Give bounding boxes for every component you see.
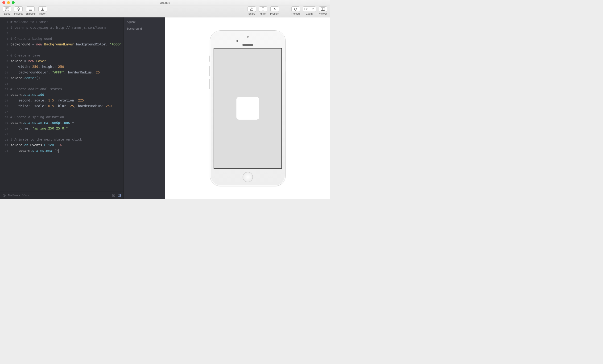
code-content: # Create a spring animation [10,114,64,120]
code-content: background = new BackgroundLayer backgro… [10,42,122,47]
import-button[interactable] [38,6,47,12]
viewer-toolbar-item[interactable]: Viewer [317,5,329,17]
lines-icon [29,8,32,11]
code-content: # Welcome to Framer [10,19,48,25]
code-line[interactable]: 16 third: scale: 0.5, blur: 25, borderRa… [0,103,124,109]
svg-rect-21 [321,8,325,11]
docs-toolbar-item[interactable]: Docs [1,5,13,17]
code-content: square.states.add [10,92,44,98]
code-line[interactable]: 19square.states.animationOptions = [0,120,124,126]
code-editor[interactable]: 1# Welcome to Framer2# Learn prototyping… [0,17,124,191]
mirror-toolbar-item[interactable]: Mirror [257,5,269,17]
code-line[interactable]: 18# Create a spring animation [0,114,124,120]
line-number: 24 [0,148,10,154]
line-number: 19 [0,120,10,126]
code-line[interactable]: 7# Create a layer [0,53,124,58]
code-line[interactable]: 10 backgroundColor: "#FFF", borderRadius… [0,70,124,75]
inspect-toolbar-item[interactable]: Inspect [13,5,24,17]
close-window-button[interactable] [2,1,5,4]
code-content: width: 250, height: 250 [10,64,64,69]
snippets-toolbar-item[interactable]: Snippets [24,5,37,17]
code-line[interactable]: 3 [0,31,124,36]
layers-panel: square background [124,17,165,199]
code-line[interactable]: 9 width: 250, height: 250 [0,64,124,70]
maximize-window-button[interactable] [12,1,15,4]
snippets-button[interactable] [26,6,35,12]
viewer-button[interactable] [319,6,327,12]
line-number: 15 [0,98,10,103]
code-line[interactable]: 24 square.states.next() [0,148,124,154]
code-line[interactable]: 23square.on Events.Click, -> [0,143,124,148]
code-line[interactable]: 20 curve: "spring(250,25,0)" [0,126,124,131]
status-errors: No Errors [8,194,20,197]
play-icon [273,8,276,11]
import-toolbar-item[interactable]: Import [37,5,48,17]
line-number: 4 [0,36,10,42]
phone-home-button [243,172,253,182]
code-line[interactable]: 4# Create a background [0,36,124,42]
code-content: # Animate to the next state on click [10,137,82,142]
phone-sensor-icon [247,36,249,38]
line-number: 22 [0,137,10,143]
line-number: 8 [0,59,10,64]
phone-icon [262,8,264,11]
code-line[interactable]: 15 second: scale: 1.5, rotation: 225 [0,98,124,103]
share-button[interactable] [247,6,256,12]
reload-label: Reload [292,12,300,15]
device-screen[interactable] [214,48,282,169]
phone-speaker-icon [242,44,253,46]
zoom-toolbar-item[interactable]: Fit Zoom [301,5,317,17]
snippets-label: Snippets [25,12,35,15]
preview-square-layer[interactable] [236,97,259,120]
mirror-button[interactable] [259,6,267,12]
docs-button[interactable] [3,6,11,12]
share-toolbar-item[interactable]: Share [246,5,257,17]
code-line[interactable]: 14square.states.add [0,92,124,98]
phone-volume-up [209,66,210,76]
add-icon[interactable] [112,194,116,197]
svg-point-24 [4,195,5,196]
code-line[interactable]: 5background = new BackgroundLayer backgr… [0,42,124,47]
code-line[interactable]: 11square.center() [0,75,124,81]
code-content: square.states.next() [10,148,58,154]
svg-point-7 [18,9,19,10]
code-line[interactable]: 17 [0,109,124,114]
code-line[interactable]: 1# Welcome to Framer [0,19,124,25]
code-line[interactable]: 13# Create additional states [0,86,124,92]
share-label: Share [248,12,255,15]
inspect-button[interactable] [14,6,23,12]
import-label: Import [39,12,46,15]
present-label: Present [270,12,279,15]
minimize-window-button[interactable] [7,1,10,4]
line-number: 18 [0,115,10,120]
status-time: 56ms [22,194,29,197]
line-number: 3 [0,31,10,36]
code-line[interactable]: 8square = new Layer [0,58,124,64]
line-number: 12 [0,81,10,86]
code-editor-pane: 1# Welcome to Framer2# Learn prototyping… [0,17,124,199]
code-line[interactable]: 12 [0,81,124,86]
present-button[interactable] [270,6,279,12]
code-line[interactable]: 21 [0,131,124,137]
panel-toggle-icon[interactable] [117,194,121,197]
code-content: # Learn prototyping at http://framerjs.c… [10,25,106,30]
main-content: 1# Welcome to Framer2# Learn prototyping… [0,17,330,199]
status-target-icon [2,194,6,197]
line-number: 16 [0,104,10,109]
present-toolbar-item[interactable]: Present [269,5,280,17]
target-icon [16,7,20,11]
layer-item-background[interactable]: background [124,25,165,32]
zoom-select[interactable]: Fit [303,6,316,12]
reload-button[interactable] [291,6,300,12]
phone-volume-down [209,79,210,89]
code-line[interactable]: 6 [0,47,124,53]
layer-item-square[interactable]: square [124,19,165,25]
code-line[interactable]: 2# Learn prototyping at http://framerjs.… [0,25,124,31]
code-line[interactable]: 22# Animate to the next state on click [0,137,124,143]
line-number: 1 [0,20,10,25]
code-content: second: scale: 1.5, rotation: 225 [10,98,84,103]
chevron-down-icon [312,8,314,10]
code-content: square.on Events.Click, -> [10,143,62,148]
reload-toolbar-item[interactable]: Reload [290,5,301,17]
code-content: backgroundColor: "#FFF", borderRadius: 2… [10,70,100,75]
